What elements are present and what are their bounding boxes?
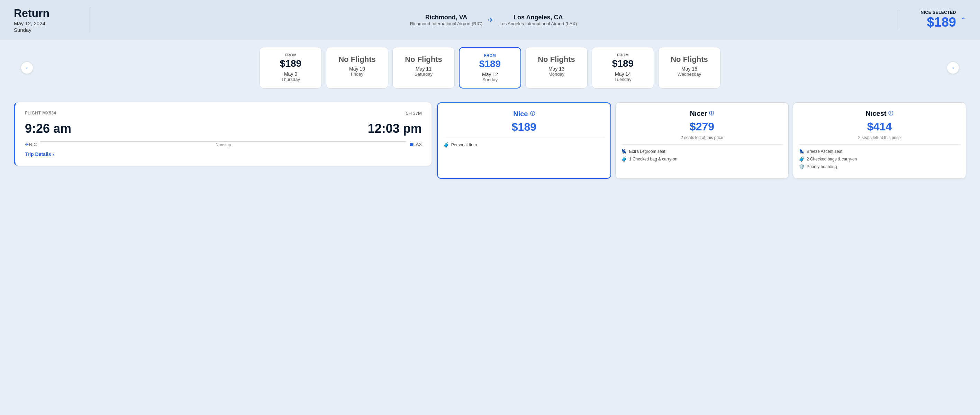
feature-text: 2 Checked bags & carry-on [807, 157, 857, 162]
fare-card-nice[interactable]: Nice ⓘ $189 🧳 Personal Item [437, 102, 611, 179]
destination-code: LAX [413, 142, 422, 147]
card-day: Monday [530, 71, 583, 77]
date-card-1[interactable]: No Flights May 10 Friday [326, 47, 388, 89]
card-price: $189 [264, 59, 317, 69]
from-label: FROM [464, 53, 516, 57]
card-day: Sunday [464, 77, 516, 82]
nonstop-label: Nonstop [216, 143, 231, 147]
fare-name: Nice ⓘ [443, 110, 605, 118]
info-icon[interactable]: ⓘ [709, 110, 714, 117]
card-day: Saturday [397, 71, 450, 77]
feature-text: Personal Item [451, 143, 477, 147]
plane-icon: ✈ [488, 16, 494, 24]
header-price-section: NICE SELECTED $189 ⌃ [897, 10, 966, 30]
fare-name: Nicest ⓘ [799, 109, 960, 117]
fare-seats: 2 seats left at this price [621, 135, 783, 140]
date-card-2[interactable]: No Flights May 11 Saturday [392, 47, 455, 89]
fare-feature: 💺 Breeze Ascent seat [799, 149, 960, 154]
flight-meta: FLIGHT MX534 5H 37M [25, 111, 422, 116]
origin-code: RIC [29, 142, 37, 147]
origin-airport: Richmond International Airport (RIC) [410, 21, 483, 26]
nice-selected-label: NICE SELECTED [921, 10, 956, 15]
fare-feature: 🛡️ Priority boarding [799, 164, 960, 169]
date-cards: FROM $189 May 9 Thursday No Flights May … [37, 47, 943, 89]
depart-time: 9:26 am [25, 121, 71, 136]
no-flights-text: No Flights [663, 55, 716, 64]
date-selector-container: ‹ FROM $189 May 9 Thursday No Flights Ma… [0, 40, 980, 95]
flight-duration: 5H 37M [406, 111, 422, 116]
feature-icon: 🛡️ [799, 164, 805, 169]
fare-price: $189 [443, 121, 605, 133]
trip-type: Return [14, 7, 79, 20]
route-line [40, 141, 406, 142]
route-line-container: Nonstop [40, 141, 406, 148]
card-price: $189 [596, 59, 649, 69]
flight-section: FLIGHT MX534 5H 37M 9:26 am 12:03 pm ✈ R… [0, 95, 980, 186]
route-dot [410, 143, 413, 146]
feature-text: Extra Legroom seat [629, 149, 665, 154]
destination-airport: Los Angeles International Airport (LAX) [500, 21, 577, 26]
no-flights-text: No Flights [397, 55, 450, 64]
origin-city-name: Richmond, VA [410, 14, 483, 21]
from-label: FROM [264, 53, 317, 57]
fare-feature: 🧳 1 Checked bag & carry-on [621, 156, 783, 162]
chevron-right-icon: › [52, 152, 54, 157]
chevron-up-icon[interactable]: ⌃ [960, 16, 966, 24]
fare-feature: 🧳 Personal Item [443, 142, 605, 148]
date-card-3[interactable]: FROM $189 May 12 Sunday [459, 47, 521, 89]
destination-city: Los Angeles, CA Los Angeles Internationa… [500, 14, 577, 26]
card-date: May 13 [530, 66, 583, 71]
no-flights-text: No Flights [530, 55, 583, 64]
date-card-5[interactable]: FROM $189 May 14 Tuesday [592, 47, 654, 89]
fare-feature: 💺 Extra Legroom seat [621, 149, 783, 154]
fare-price: $414 [799, 120, 960, 133]
header: Return May 12, 2024 Sunday Richmond, VA … [0, 0, 980, 40]
fare-card-nicest[interactable]: Nicest ⓘ $414 2 seats left at this price… [793, 102, 966, 179]
card-day: Wednesday [663, 71, 716, 77]
feature-icon: 🧳 [443, 142, 449, 148]
prev-arrow[interactable]: ‹ [21, 62, 33, 74]
trip-date: May 12, 2024 [14, 21, 79, 26]
arrive-time: 12:03 pm [368, 121, 422, 136]
feature-text: Breeze Ascent seat [807, 149, 842, 154]
no-flights-text: No Flights [331, 55, 384, 64]
card-date: May 9 [264, 71, 317, 77]
date-card-4[interactable]: No Flights May 13 Monday [525, 47, 588, 89]
info-icon[interactable]: ⓘ [530, 111, 535, 117]
flight-card: FLIGHT MX534 5H 37M 9:26 am 12:03 pm ✈ R… [14, 102, 431, 166]
fare-divider [621, 144, 783, 144]
card-date: May 11 [397, 66, 450, 71]
destination-city-name: Los Angeles, CA [500, 14, 577, 21]
card-day: Thursday [264, 77, 317, 82]
feature-icon: 🧳 [621, 156, 627, 162]
fare-seats: 2 seats left at this price [799, 135, 960, 140]
date-card-6[interactable]: No Flights May 15 Wednesday [658, 47, 721, 89]
feature-text: 1 Checked bag & carry-on [629, 157, 677, 162]
card-date: May 12 [464, 71, 516, 77]
from-label: FROM [596, 53, 649, 57]
fare-cards-container: Nice ⓘ $189 🧳 Personal Item Nicer ⓘ $279… [437, 102, 966, 179]
card-date: May 15 [663, 66, 716, 71]
flight-number: FLIGHT MX534 [25, 111, 56, 116]
fare-divider [799, 144, 960, 144]
feature-icon: 💺 [621, 149, 627, 154]
flight-route: ✈ RIC Nonstop LAX [25, 141, 422, 148]
nice-selected-price: $189 [921, 15, 956, 30]
date-card-0[interactable]: FROM $189 May 9 Thursday [259, 47, 322, 89]
fare-feature: 🧳 2 Checked bags & carry-on [799, 156, 960, 162]
card-day: Tuesday [596, 77, 649, 82]
feature-icon: 🧳 [799, 156, 805, 162]
fare-divider [443, 138, 605, 138]
info-icon[interactable]: ⓘ [888, 110, 893, 117]
nice-selected-info: NICE SELECTED $189 [921, 10, 956, 30]
next-arrow[interactable]: › [947, 62, 959, 74]
trip-details-link[interactable]: Trip Details › [25, 152, 54, 157]
feature-icon: 💺 [799, 149, 805, 154]
origin-city: Richmond, VA Richmond International Airp… [410, 14, 483, 26]
trip-day: Sunday [14, 27, 79, 33]
header-return-section: Return May 12, 2024 Sunday [14, 7, 90, 33]
card-date: May 14 [596, 71, 649, 77]
date-selector: ‹ FROM $189 May 9 Thursday No Flights Ma… [0, 47, 980, 89]
fare-card-nicer[interactable]: Nicer ⓘ $279 2 seats left at this price … [615, 102, 789, 179]
flight-times: 9:26 am 12:03 pm [25, 121, 422, 136]
